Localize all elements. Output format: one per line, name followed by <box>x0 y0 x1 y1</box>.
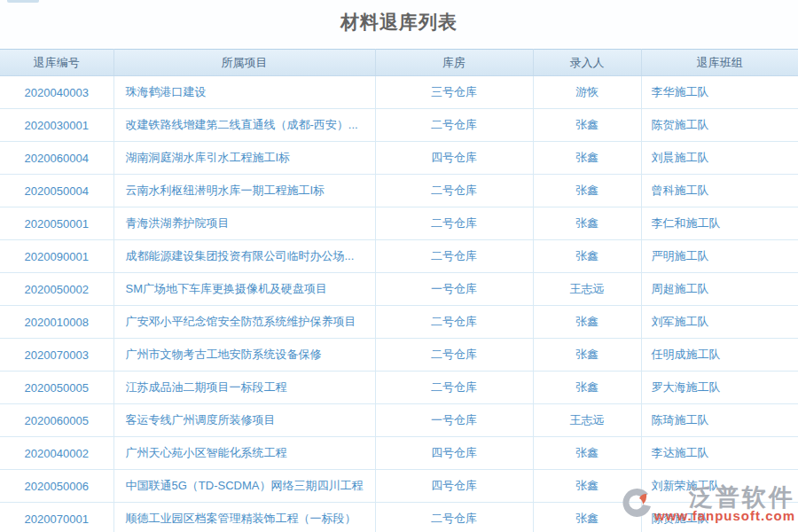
watermark-text: 泛普软件 www.fanpusoft.com <box>654 485 795 523</box>
warehouse-name: 四号仓库 <box>375 470 533 503</box>
operator-name: 张鑫 <box>533 240 641 273</box>
project-name: 客运专线广州调度所装修项目 <box>113 404 375 437</box>
warehouse-name: 二号仓库 <box>375 175 533 207</box>
team-name: 任明成施工队 <box>641 339 798 372</box>
return-id-link[interactable]: 2020050006 <box>0 470 113 503</box>
operator-name: 张鑫 <box>533 339 641 372</box>
table-header: 退库编号 所属项目 库房 录入人 退库班组 <box>0 50 798 76</box>
warehouse-name: 二号仓库 <box>375 109 533 142</box>
return-id-link[interactable]: 2020040002 <box>0 437 113 470</box>
project-name: 江苏成品油二期项目一标段工程 <box>113 372 375 404</box>
operator-name: 张鑫 <box>533 109 641 142</box>
team-name: 李仁和施工队 <box>641 207 798 240</box>
table-row[interactable]: 2020030001 改建铁路线增建第二线直通线（成都-西安）... 二号仓库 … <box>0 109 798 142</box>
team-name: 陈贺施工队 <box>641 109 798 142</box>
table-row[interactable]: 2020060005 客运专线广州调度所装修项目 一号仓库 王志远 陈琦施工队 <box>0 404 798 437</box>
project-name: 改建铁路线增建第二线直通线（成都-西安）... <box>113 109 375 142</box>
table-row[interactable]: 2020050001 青海洪湖养护院项目 二号仓库 张鑫 李仁和施工队 <box>0 207 798 240</box>
team-name: 李达施工队 <box>641 437 798 470</box>
team-name: 陈琦施工队 <box>641 404 798 437</box>
table-row[interactable]: 2020060004 湖南洞庭湖水库引水工程施工I标 四号仓库 张鑫 刘晨施工队 <box>0 142 798 175</box>
warehouse-name: 三号仓库 <box>375 76 533 109</box>
team-name: 刘军施工队 <box>641 306 798 339</box>
table-row[interactable]: 2020050005 江苏成品油二期项目一标段工程 二号仓库 张鑫 罗大海施工队 <box>0 372 798 404</box>
header-warehouse: 库房 <box>375 50 533 76</box>
team-name: 罗大海施工队 <box>641 372 798 404</box>
project-name: 中国联通5G（TD-SCDMA）网络三期四川工程 <box>113 470 375 503</box>
project-name: 广州市文物考古工地安防系统设备保修 <box>113 339 375 372</box>
warehouse-name: 二号仓库 <box>375 339 533 372</box>
project-name: 湖南洞庭湖水库引水工程施工I标 <box>113 142 375 175</box>
watermark: 泛普软件 www.fanpusoft.com <box>619 485 795 523</box>
return-id-link[interactable]: 2020040003 <box>0 76 113 109</box>
warehouse-name: 二号仓库 <box>375 240 533 273</box>
return-id-link[interactable]: 2020090001 <box>0 240 113 273</box>
return-id-link[interactable]: 2020050005 <box>0 372 113 404</box>
return-id-link[interactable]: 2020050004 <box>0 175 113 207</box>
table-row[interactable]: 2020070003 广州市文物考古工地安防系统设备保修 二号仓库 张鑫 任明成… <box>0 339 798 372</box>
project-name: 成都能源建设集团投资有限公司临时办公场... <box>113 240 375 273</box>
team-name: 刘晨施工队 <box>641 142 798 175</box>
operator-name: 张鑫 <box>533 207 641 240</box>
watermark-brand: 泛普软件 <box>689 485 795 510</box>
table-row[interactable]: 2020040003 珠海鹤港口建设 三号仓库 游恢 李华施工队 <box>0 76 798 109</box>
warehouse-name: 四号仓库 <box>375 437 533 470</box>
operator-name: 王志远 <box>533 273 641 306</box>
header-return-id: 退库编号 <box>0 50 113 76</box>
project-name: 广安邓小平纪念馆安全防范系统维护保养项目 <box>113 306 375 339</box>
table-row[interactable]: 2020010008 广安邓小平纪念馆安全防范系统维护保养项目 二号仓库 张鑫 … <box>0 306 798 339</box>
return-id-link[interactable]: 2020010008 <box>0 306 113 339</box>
operator-name: 张鑫 <box>533 306 641 339</box>
project-name: 云南水利枢纽潜明水库一期工程施工I标 <box>113 175 375 207</box>
return-id-link[interactable]: 2020070001 <box>0 503 113 532</box>
team-name: 严明施工队 <box>641 240 798 273</box>
table-row[interactable]: 2020040002 广州天心苑小区智能化系统工程 四号仓库 张鑫 李达施工队 <box>0 437 798 470</box>
warehouse-name: 二号仓库 <box>375 503 533 532</box>
warehouse-name: 一号仓库 <box>375 273 533 306</box>
operator-name: 王志远 <box>533 404 641 437</box>
operator-name: 张鑫 <box>533 175 641 207</box>
table-body: 2020040003 珠海鹤港口建设 三号仓库 游恢 李华施工队 2020030… <box>0 76 798 532</box>
watermark-url: www.fanpusoft.com <box>654 508 795 523</box>
header-team: 退库班组 <box>641 50 798 76</box>
return-id-link[interactable]: 2020060005 <box>0 404 113 437</box>
header-project: 所属项目 <box>113 50 375 76</box>
project-name: 广州天心苑小区智能化系统工程 <box>113 437 375 470</box>
table-header-row: 退库编号 所属项目 库房 录入人 退库班组 <box>0 50 798 76</box>
table-row[interactable]: 2020050004 云南水利枢纽潜明水库一期工程施工I标 二号仓库 张鑫 曾科… <box>0 175 798 207</box>
page-title: 材料退库列表 <box>0 10 798 35</box>
return-id-link[interactable]: 2020050002 <box>0 273 113 306</box>
header-operator: 录入人 <box>533 50 641 76</box>
warehouse-name: 二号仓库 <box>375 372 533 404</box>
return-list-table-container: 退库编号 所属项目 库房 录入人 退库班组 2020040003 珠海鹤港口建设… <box>0 49 798 532</box>
warehouse-name: 二号仓库 <box>375 306 533 339</box>
operator-name: 张鑫 <box>533 142 641 175</box>
team-name: 曾科施工队 <box>641 175 798 207</box>
table-row[interactable]: 2020050002 SM广场地下车库更换摄像机及硬盘项目 一号仓库 王志远 周… <box>0 273 798 306</box>
operator-name: 游恢 <box>533 76 641 109</box>
table-row[interactable]: 2020090001 成都能源建设集团投资有限公司临时办公场... 二号仓库 张… <box>0 240 798 273</box>
project-name: 顺德工业园区档案管理精装饰工程（一标段） <box>113 503 375 532</box>
operator-name: 张鑫 <box>533 437 641 470</box>
project-name: SM广场地下车库更换摄像机及硬盘项目 <box>113 273 375 306</box>
warehouse-name: 四号仓库 <box>375 142 533 175</box>
team-name: 李华施工队 <box>641 76 798 109</box>
operator-name: 张鑫 <box>533 372 641 404</box>
return-id-link[interactable]: 2020050001 <box>0 207 113 240</box>
warehouse-name: 二号仓库 <box>375 207 533 240</box>
project-name: 青海洪湖养护院项目 <box>113 207 375 240</box>
fanpu-logo-icon <box>619 487 654 522</box>
return-id-link[interactable]: 2020070003 <box>0 339 113 372</box>
team-name: 周超施工队 <box>641 273 798 306</box>
warehouse-name: 一号仓库 <box>375 404 533 437</box>
return-id-link[interactable]: 2020060004 <box>0 142 113 175</box>
top-left-fragment <box>7 0 39 3</box>
return-id-link[interactable]: 2020030001 <box>0 109 113 142</box>
return-list-table: 退库编号 所属项目 库房 录入人 退库班组 2020040003 珠海鹤港口建设… <box>0 49 798 532</box>
project-name: 珠海鹤港口建设 <box>113 76 375 109</box>
